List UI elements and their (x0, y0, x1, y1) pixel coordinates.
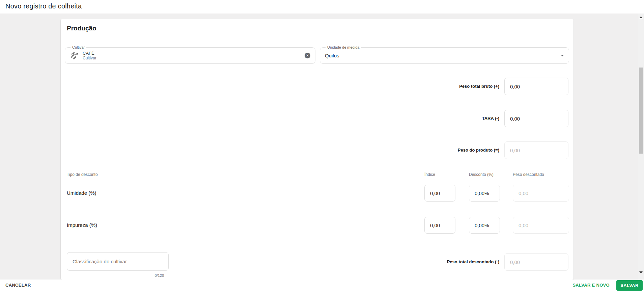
chevron-down-icon (561, 55, 564, 56)
action-bar: CANCELAR SALVAR E NOVO SALVAR (0, 280, 644, 291)
total-discounted-input (504, 253, 568, 271)
scroll-down-icon[interactable] (639, 271, 643, 273)
production-card: Produção Cultivar CAFÉ Cultivar ✕ Unida (61, 19, 573, 280)
scroll-up-icon[interactable] (639, 16, 643, 18)
cultivar-value: CAFÉ (83, 51, 96, 56)
cultivar-subtitle: Cultivar (83, 56, 96, 60)
cultivar-selected-value: CAFÉ Cultivar (83, 51, 96, 60)
product-weight-label: Peso do produto (=) (398, 141, 499, 159)
scrollbar-thumb[interactable] (639, 68, 643, 154)
app-header: Novo registro de colheita (0, 0, 644, 14)
col-header-index: Índice (424, 172, 435, 177)
vertical-scrollbar[interactable] (638, 14, 644, 280)
gross-weight-label: Peso total bruto (+) (398, 78, 499, 95)
save-button[interactable]: SALVAR (616, 280, 643, 291)
coffee-beans-icon (70, 51, 79, 60)
impurity-row-label: Impureza (%) (67, 217, 97, 234)
impurity-index-input[interactable] (424, 217, 455, 234)
unit-selected-value: Quilos (325, 53, 339, 58)
col-header-discount-pct: Desconto (%) (469, 172, 494, 177)
cancel-button[interactable]: CANCELAR (5, 280, 31, 291)
gross-weight-input[interactable] (504, 78, 568, 95)
page-title: Novo registro de colheita (5, 2, 82, 10)
col-header-discount-type: Tipo de desconto (67, 172, 98, 177)
clear-cultivar-icon[interactable]: ✕ (305, 53, 310, 58)
humidity-row-label: Umidade (%) (67, 185, 96, 202)
cultivar-field[interactable]: Cultivar CAFÉ Cultivar ✕ (65, 47, 315, 64)
tara-label: TARA (-) (398, 110, 499, 127)
total-discounted-label: Peso total descontado (-) (398, 253, 499, 271)
product-weight-input (504, 141, 568, 159)
section-title: Produção (67, 25, 96, 32)
cultivar-field-label: Cultivar (71, 45, 86, 50)
unit-select[interactable]: Unidade de medida Quilos (320, 47, 569, 64)
tara-input[interactable] (504, 110, 568, 127)
impurity-weight-input (513, 217, 569, 234)
humidity-index-input[interactable] (424, 185, 455, 202)
humidity-weight-input (513, 185, 569, 202)
char-counter: 0/120 (67, 273, 164, 277)
section-divider (67, 246, 568, 246)
unit-select-label: Unidade de medida (326, 45, 361, 50)
cultivar-classification-input[interactable] (67, 252, 169, 271)
humidity-discount-input[interactable] (469, 185, 500, 202)
col-header-discounted-weight: Peso descontado (513, 172, 544, 177)
impurity-discount-input[interactable] (469, 217, 500, 234)
save-and-new-button[interactable]: SALVAR E NOVO (572, 280, 610, 291)
